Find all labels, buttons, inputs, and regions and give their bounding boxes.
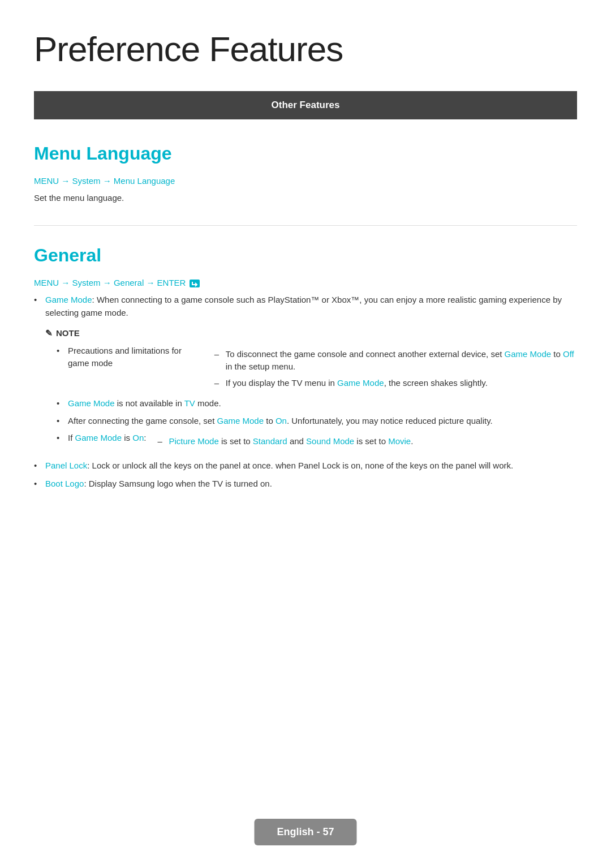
- menu-language-section: Menu Language MENU → System → Menu Langu…: [34, 140, 577, 205]
- note-icon: ✎: [45, 327, 53, 340]
- menu-language-heading: Menu Language: [34, 140, 577, 167]
- section-banner: Other Features: [34, 91, 577, 119]
- dash-tv-menu: If you display the TV menu in Game Mode,…: [214, 377, 577, 390]
- if-game-mode-text: If Game Mode is On:: [68, 432, 146, 445]
- dash-tv-menu-text: If you display the TV menu in Game Mode,…: [226, 377, 488, 390]
- note-block: ✎ NOTE Precautions and limitations for g…: [45, 327, 577, 452]
- game-mode-link2: Game Mode: [505, 349, 552, 359]
- after-connecting-item: After connecting the game console, set G…: [57, 415, 577, 428]
- game-mode-link3: Game Mode: [337, 378, 384, 388]
- general-section: General MENU → System → General → ENTER …: [34, 242, 577, 491]
- panel-lock-text: Panel Lock: Lock or unlock all the keys …: [45, 459, 513, 472]
- sound-mode-link: Sound Mode: [306, 436, 354, 446]
- dash-disconnect: To disconnect the game console and conne…: [214, 348, 577, 373]
- game-mode-item: Game Mode: When connecting to a game con…: [34, 294, 577, 319]
- general-heading: General: [34, 242, 577, 269]
- dash-disconnect-text: To disconnect the game console and conne…: [226, 348, 577, 373]
- menu-language-breadcrumb: MENU → System → Menu Language: [34, 175, 577, 188]
- svg-rect-0: [190, 280, 200, 287]
- panel-lock-item: Panel Lock: Lock or unlock all the keys …: [34, 459, 577, 472]
- game-mode-link4: Game Mode: [68, 398, 115, 408]
- picture-sound-mode-item: Picture Mode is set to Standard and Soun…: [157, 435, 413, 448]
- picture-mode-link: Picture Mode: [169, 436, 218, 446]
- boot-logo-item: Boot Logo: Display Samsung logo when the…: [34, 478, 577, 491]
- precautions-dash-list: To disconnect the game console and conne…: [203, 348, 577, 393]
- standard-link: Standard: [253, 436, 287, 446]
- game-mode-tv-text: Game Mode is not available in TV mode.: [68, 397, 221, 410]
- picture-sound-mode-text: Picture Mode is set to Standard and Soun…: [169, 435, 413, 448]
- section-divider: [34, 225, 577, 226]
- panel-lock-link: Panel Lock: [45, 461, 87, 470]
- note-sub-list: Precautions and limitations for game mod…: [45, 345, 577, 452]
- breadcrumb-arrow1: →: [61, 278, 72, 287]
- movie-link: Movie: [388, 436, 411, 446]
- after-connecting-text: After connecting the game console, set G…: [68, 415, 493, 428]
- footer-badge: English - 57: [254, 819, 356, 845]
- general-bullet-list: Game Mode: When connecting to a game con…: [34, 294, 577, 319]
- game-mode-content: Game Mode: When connecting to a game con…: [45, 294, 577, 319]
- precautions-item: Precautions and limitations for game mod…: [57, 345, 577, 393]
- precautions-text: Precautions and limitations for game mod…: [68, 345, 203, 370]
- if-game-mode-item: If Game Mode is On: Picture Mode is set …: [57, 432, 577, 452]
- page-footer: English - 57: [254, 819, 356, 845]
- breadcrumb-text: MENU → System → Menu Language: [34, 176, 175, 186]
- on-link: On: [276, 416, 287, 426]
- game-mode-link: Game Mode: [45, 295, 92, 304]
- breadcrumb-system: System: [72, 278, 101, 287]
- boot-logo-text: Boot Logo: Display Samsung logo when the…: [45, 478, 272, 491]
- game-mode-desc: : When connecting to a game console such…: [45, 295, 562, 317]
- breadcrumb-arrow2: →: [103, 278, 114, 287]
- general-breadcrumb: MENU → System → General → ENTER: [34, 277, 577, 290]
- game-mode-link6: Game Mode: [75, 433, 122, 442]
- breadcrumb-general: General: [114, 278, 144, 287]
- if-game-mode-dash-list: Picture Mode is set to Standard and Soun…: [146, 435, 413, 452]
- breadcrumb-arrow3: →: [146, 278, 157, 287]
- game-mode-link5: Game Mode: [217, 416, 264, 426]
- game-mode-tv-item: Game Mode is not available in TV mode.: [57, 397, 577, 410]
- bottom-bullet-list: Panel Lock: Lock or unlock all the keys …: [34, 459, 577, 491]
- boot-logo-link: Boot Logo: [45, 479, 84, 488]
- off-link: Off: [563, 349, 574, 359]
- tv-link: TV: [184, 398, 195, 408]
- note-title: ✎ NOTE: [45, 327, 577, 340]
- menu-language-description: Set the menu language.: [34, 192, 577, 205]
- enter-icon: [190, 280, 200, 287]
- page-title: Preference Features: [34, 23, 577, 75]
- note-label: NOTE: [56, 327, 80, 340]
- breadcrumb-enter: ENTER: [157, 278, 200, 287]
- breadcrumb-menu: MENU: [34, 278, 59, 287]
- on-link2: On: [132, 433, 144, 442]
